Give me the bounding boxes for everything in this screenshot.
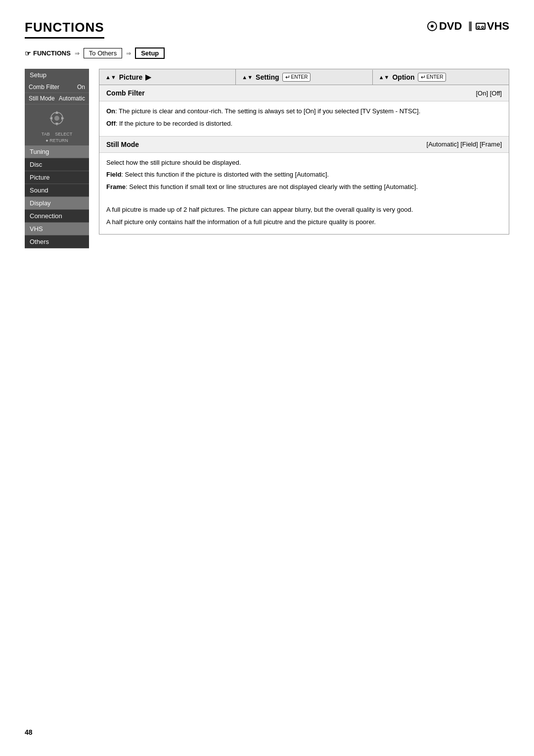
sidebar-item-others[interactable]: Others <box>25 236 89 248</box>
sidebar: Setup Comb Filter On Still Mode Automati… <box>25 69 89 248</box>
still-mode-body: Select how the still picture should be d… <box>99 153 509 235</box>
sidebar-still-mode-label: Still Mode <box>29 95 55 102</box>
still-mode-intro: Select how the still picture should be d… <box>106 158 502 168</box>
nav-bar: ▲▼ Picture ▶ ▲▼ Setting ↵ ENTER ▲▼ Optio… <box>99 69 509 85</box>
sidebar-comb-filter-value: On <box>77 84 85 91</box>
breadcrumb-functions: ☞ FUNCTIONS <box>25 49 71 57</box>
setting-arrows: ▲▼ <box>242 74 253 80</box>
on-bold: On <box>106 107 115 115</box>
separator-icon: ▐ <box>466 22 471 31</box>
content-table: Comb Filter [On] [Off] On: The picture i… <box>99 85 509 235</box>
option-label: Option <box>392 73 414 81</box>
still-mode-row: Still Mode [Automatic] [Field] [Frame] S… <box>99 137 509 235</box>
comb-filter-on-text: On: The picture is clear and contour-ric… <box>106 106 502 117</box>
breadcrumb-arrow-2: ⇒ <box>126 50 131 57</box>
comb-filter-row: Comb Filter [On] [Off] On: The picture i… <box>99 85 509 137</box>
comb-filter-off-text: Off: If the picture to be recorded is di… <box>106 119 502 129</box>
breadcrumb-arrow-1: ⇒ <box>75 50 80 57</box>
still-mode-field-text: Field: Select this function if the pictu… <box>106 170 502 180</box>
sidebar-item-connection[interactable]: Connection <box>25 210 89 223</box>
sidebar-panel: Setup Comb Filter On Still Mode Automati… <box>25 69 89 248</box>
sidebar-item-display[interactable]: Display <box>25 197 89 210</box>
dvd-disc-icon <box>427 21 437 31</box>
breadcrumb-to-others: To Others <box>84 48 122 58</box>
svg-point-2 <box>482 26 484 28</box>
page-title: FUNCTIONS <box>25 20 104 39</box>
sidebar-sub-panel: Comb Filter On Still Mode Automatic <box>25 82 89 145</box>
sidebar-item-disc[interactable]: Disc <box>25 158 89 171</box>
still-mode-half-picture-text: A half picture only contains half the in… <box>106 217 502 228</box>
picture-label: Picture <box>119 73 142 81</box>
still-mode-header: Still Mode [Automatic] [Field] [Frame] <box>99 137 509 153</box>
comb-filter-options: [On] [Off] <box>476 90 502 97</box>
still-mode-full-picture-text: A full picutre is made up of 2 half pict… <box>106 205 502 215</box>
enter-badge-1: ↵ ENTER <box>282 73 311 82</box>
enter-arrow-icon-1: ↵ <box>285 74 290 81</box>
picture-arrows: ▲▼ <box>105 74 116 80</box>
field-bold: Field <box>106 171 121 178</box>
svg-point-1 <box>478 26 480 28</box>
sidebar-still-mode: Still Mode Automatic <box>25 93 89 104</box>
sidebar-item-tuning[interactable]: Tuning <box>25 145 89 158</box>
dvd-vhs-badge: DVD ▐ VHS <box>427 20 509 33</box>
dvd-label: DVD <box>439 20 462 33</box>
enter-label-2: ENTER <box>427 74 444 80</box>
sidebar-still-mode-value: Automatic <box>59 95 85 102</box>
vhs-icon: VHS <box>476 20 509 33</box>
breadcrumb: ☞ FUNCTIONS ⇒ To Others ⇒ Setup <box>25 47 509 59</box>
vhs-tape-icon <box>476 23 486 30</box>
enter-label-1: ENTER <box>291 74 308 80</box>
picture-play-icon: ▶ <box>145 72 151 82</box>
svg-rect-0 <box>476 23 485 29</box>
sidebar-item-picture[interactable]: Picture <box>25 171 89 184</box>
tab-label: TAB <box>42 132 50 137</box>
nav-section-picture: ▲▼ Picture ▶ <box>99 69 236 85</box>
breadcrumb-setup: Setup <box>135 47 165 59</box>
svg-point-4 <box>54 116 59 121</box>
control-diagram: TAB SELECT ● RETURN <box>42 108 72 143</box>
sidebar-item-sound[interactable]: Sound <box>25 184 89 197</box>
main-content: Setup Comb Filter On Still Mode Automati… <box>25 69 509 248</box>
still-mode-options: [Automatic] [Field] [Frame] <box>427 141 502 148</box>
sidebar-comb-filter: Comb Filter On <box>25 82 89 93</box>
nav-section-setting: ▲▼ Setting ↵ ENTER <box>236 70 372 85</box>
sidebar-comb-filter-label: Comb Filter <box>29 84 59 91</box>
nav-section-option: ▲▼ Option ↵ ENTER <box>373 70 509 85</box>
comb-filter-header: Comb Filter [On] [Off] <box>99 85 509 101</box>
still-mode-frame-text: Frame: Select this function if small tex… <box>106 182 502 192</box>
comb-filter-title: Comb Filter <box>106 89 145 97</box>
vhs-label: VHS <box>487 20 509 33</box>
menu-icon: ☞ <box>25 49 31 57</box>
frame-bold: Frame <box>106 183 126 190</box>
setting-label: Setting <box>256 73 279 81</box>
page-header: FUNCTIONS DVD ▐ VHS <box>25 20 509 39</box>
off-bold: Off <box>106 120 116 127</box>
control-svg <box>42 108 72 128</box>
still-mode-title: Still Mode <box>106 141 139 148</box>
dvd-icon: DVD <box>427 20 462 33</box>
sidebar-item-vhs[interactable]: VHS <box>25 223 89 236</box>
enter-arrow-icon-2: ↵ <box>421 74 426 81</box>
functions-text: FUNCTIONS <box>33 49 71 57</box>
return-label: ● RETURN <box>45 138 68 143</box>
page-number: 48 <box>25 728 33 736</box>
enter-badge-2: ↵ ENTER <box>418 73 446 82</box>
select-label: SELECT <box>55 132 72 137</box>
sidebar-control: TAB SELECT ● RETURN <box>25 104 89 145</box>
sidebar-item-setup[interactable]: Setup <box>25 69 89 82</box>
option-arrows: ▲▼ <box>379 74 390 80</box>
right-panel: ▲▼ Picture ▶ ▲▼ Setting ↵ ENTER ▲▼ Optio… <box>99 69 509 248</box>
comb-filter-body: On: The picture is clear and contour-ric… <box>99 101 509 136</box>
